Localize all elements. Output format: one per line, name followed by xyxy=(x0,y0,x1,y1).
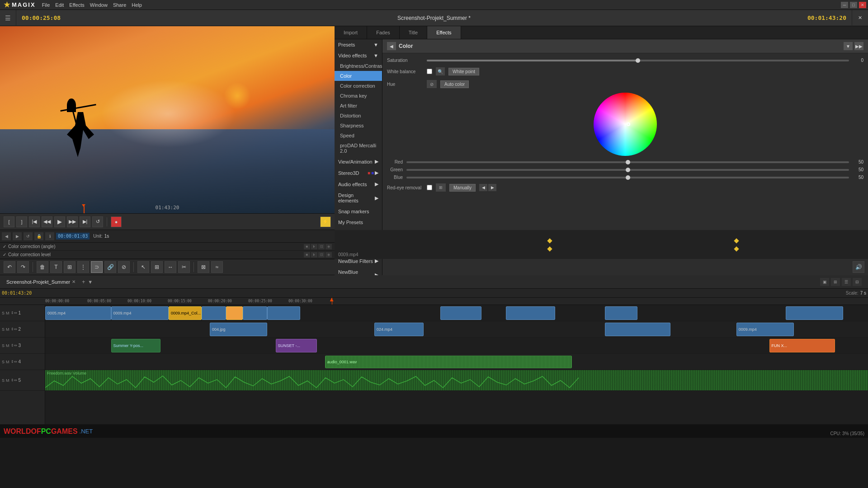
clip-2-3[interactable] xyxy=(605,323,671,336)
menu-window[interactable]: Window xyxy=(90,2,108,8)
tab-title[interactable]: Title xyxy=(400,26,427,39)
saturation-thumb[interactable] xyxy=(636,58,640,63)
mark-out-button[interactable]: ] xyxy=(16,216,27,227)
kf-icon-2b[interactable]: ⏵ xyxy=(311,252,317,258)
view-animation-header[interactable]: View/Animation ▶ xyxy=(335,156,382,167)
design-elements-header[interactable]: Design elements ▶ xyxy=(335,190,382,206)
panel-back-button[interactable]: ◀ xyxy=(387,42,396,50)
green-slider[interactable] xyxy=(406,169,849,171)
menu-help[interactable]: Help xyxy=(132,2,142,8)
color-wheel[interactable] xyxy=(594,93,657,156)
effect-color-correction[interactable]: Color correction xyxy=(335,81,382,91)
redo-button[interactable]: ↷ xyxy=(17,261,29,273)
manually-button[interactable]: Manually xyxy=(449,184,476,192)
menu-file[interactable]: File xyxy=(42,2,50,8)
split-button[interactable]: ⋮ xyxy=(77,261,89,273)
tab-effects[interactable]: Effects xyxy=(427,26,461,39)
tab-add-button[interactable]: + xyxy=(82,279,85,285)
effect-color[interactable]: Color xyxy=(335,71,382,81)
redeye-prev-button[interactable]: ◀ xyxy=(479,184,487,191)
tab-dropdown-button[interactable]: ▼ xyxy=(88,279,93,285)
clip-1-10[interactable] xyxy=(786,306,843,320)
go-start-button[interactable]: |◀ xyxy=(29,216,40,227)
snap-button[interactable]: ⊠ xyxy=(198,261,209,273)
stereo3d-header[interactable]: Stereo3D ■■ ▶ xyxy=(335,167,382,178)
clip-1-3[interactable]: 0009.mp4_Col... xyxy=(169,306,202,320)
play-button[interactable]: ▶ xyxy=(54,216,65,227)
track-s-5[interactable]: S xyxy=(2,378,5,383)
clip-1-9[interactable] xyxy=(605,306,638,320)
tab-fades[interactable]: Fades xyxy=(367,26,400,39)
trim-button[interactable]: ✂ xyxy=(178,261,190,273)
kf-icon-2c[interactable]: ⊡ xyxy=(318,252,325,258)
green-thumb[interactable] xyxy=(626,168,630,172)
track-m-1[interactable]: M xyxy=(6,311,9,315)
project-tab[interactable]: Screenshot-Projekt_Summer xyxy=(6,279,70,285)
white-point-button[interactable]: White point xyxy=(448,68,479,75)
magnet-button[interactable]: ⊃ xyxy=(91,261,103,273)
track-s-2[interactable]: S xyxy=(2,327,5,332)
clip-1-4[interactable] xyxy=(226,306,242,320)
track-s-1[interactable]: S xyxy=(2,311,5,315)
minimize-button[interactable]: ─ xyxy=(841,2,848,8)
close-preview-button[interactable]: ✕ xyxy=(852,10,868,26)
track-m-5[interactable]: M xyxy=(6,378,9,383)
mark-in-button[interactable]: [ xyxy=(4,216,14,227)
clip-2-2[interactable]: 024.mp4 xyxy=(374,323,424,336)
tab-close-button[interactable]: ✕ xyxy=(72,279,75,284)
panel-next-button[interactable]: ▶▶ xyxy=(854,42,863,50)
saturation-slider[interactable] xyxy=(427,60,849,61)
white-balance-checkbox[interactable] xyxy=(427,69,432,74)
view-list-button[interactable]: ☰ xyxy=(842,278,851,286)
hue-icon-button[interactable]: ⊘ xyxy=(427,80,437,88)
loop-button[interactable]: ↺ xyxy=(92,216,103,227)
clip-3-3[interactable]: FUN X... xyxy=(769,339,835,352)
presets-header[interactable]: Presets ▼ xyxy=(335,39,382,50)
view-single-button[interactable]: ▣ xyxy=(820,278,829,286)
multiselect-button[interactable]: ⊞ xyxy=(151,261,163,273)
clip-1-3b[interactable] xyxy=(202,306,226,320)
panel-dropdown-button[interactable]: ▼ xyxy=(844,42,853,50)
render-button[interactable]: ⚡ xyxy=(320,216,331,227)
clip-1-6[interactable] xyxy=(267,306,300,320)
view-compact-button[interactable]: ⊟ xyxy=(853,278,862,286)
effect-sharpness[interactable]: Sharpness xyxy=(335,121,382,131)
clip-1-5[interactable] xyxy=(243,306,268,320)
volume-button[interactable]: 🔊 xyxy=(853,261,864,273)
kf-icon-1b[interactable]: ⏵ xyxy=(311,244,317,249)
prev-frame-button[interactable]: ◀◀ xyxy=(42,216,52,227)
close-button[interactable]: ✕ xyxy=(859,2,866,8)
menu-effects[interactable]: Effects xyxy=(69,2,84,8)
clip-2-4[interactable]: 0009.mp4 xyxy=(736,323,794,336)
hamburger-menu[interactable]: ☰ xyxy=(0,10,16,26)
ripple-button[interactable]: ≈ xyxy=(211,261,223,273)
clip-4-1[interactable]: audio_0001.wav xyxy=(325,356,572,368)
link-button[interactable]: 🔗 xyxy=(104,261,116,273)
kf-icon-1d[interactable]: ◈ xyxy=(326,244,332,249)
clip-2-1[interactable]: 004.jpg xyxy=(210,323,267,336)
red-thumb[interactable] xyxy=(626,160,630,164)
kf-reset-button[interactable]: ↺ xyxy=(24,232,33,240)
maximize-button[interactable]: □ xyxy=(850,2,857,8)
kf-icon-2d[interactable]: ◈ xyxy=(326,252,332,258)
undo-button[interactable]: ↶ xyxy=(4,261,15,273)
go-end-button[interactable]: ▶| xyxy=(80,216,90,227)
effect-art-filter[interactable]: Art filter xyxy=(335,101,382,111)
effect-speed[interactable]: Speed xyxy=(335,131,382,141)
view-double-button[interactable]: ⊞ xyxy=(831,278,840,286)
kf-icon-1a[interactable]: ■ xyxy=(304,244,310,249)
kf-back-button[interactable]: ◀ xyxy=(2,232,11,240)
effect-prodad[interactable]: proDAD Mercalli 2.0 xyxy=(335,141,382,156)
title-button[interactable]: T xyxy=(50,261,62,273)
kf-lock-button[interactable]: 🔒 xyxy=(34,232,43,240)
kf-timecode[interactable]: 00:00:01:03 xyxy=(56,233,90,239)
kf-forward-button[interactable]: ▶ xyxy=(13,232,22,240)
auto-color-button[interactable]: Auto color xyxy=(440,80,469,88)
clip-1-8[interactable] xyxy=(506,306,555,320)
menu-edit[interactable]: Edit xyxy=(55,2,64,8)
kf-icon-1c[interactable]: ⊡ xyxy=(318,244,325,249)
blue-slider[interactable] xyxy=(406,177,849,178)
track-m-2[interactable]: M xyxy=(6,327,9,332)
clip-3-2[interactable]: SUNSET -... xyxy=(276,339,317,352)
stretch-button[interactable]: ↔ xyxy=(165,261,176,273)
